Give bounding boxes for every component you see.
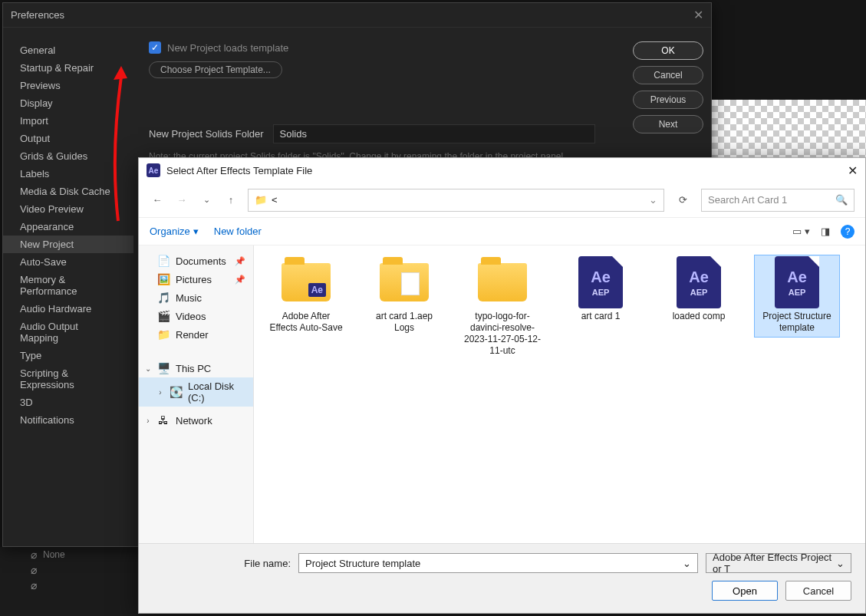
file-item[interactable]: typo-logo-for-davinci-resolve-2023-11-27…	[459, 255, 545, 361]
file-dialog-sidebar: 📄Documents📌🖼️Pictures📌🎵Music🎬Videos📁Rend…	[139, 245, 254, 543]
chevron-right-icon[interactable]: ›	[156, 388, 165, 397]
quick-access-item[interactable]: 📄Documents📌	[139, 252, 253, 270]
prefs-sidebar-item[interactable]: Auto-Save	[3, 253, 133, 271]
quick-access-item[interactable]: 🖼️Pictures📌	[139, 270, 253, 288]
prefs-sidebar-item[interactable]: General	[3, 41, 133, 59]
file-label: art card 1	[581, 311, 621, 322]
quick-access-item[interactable]: 📁Render	[139, 325, 253, 344]
prefs-sidebar-item[interactable]: Audio Output Mapping	[3, 318, 133, 347]
filename-input[interactable]: Project Structure template ⌄	[298, 553, 698, 573]
prefs-sidebar-item[interactable]: Audio Hardware	[3, 300, 133, 318]
file-label: typo-logo-for-davinci-resolve-2023-11-27…	[463, 311, 542, 357]
network-item[interactable]: › 🖧 Network	[139, 411, 253, 430]
prefs-sidebar-item[interactable]: Labels	[3, 165, 133, 183]
music-icon: 🎵	[157, 292, 170, 304]
view-mode-icon[interactable]: ▭ ▾	[792, 226, 810, 237]
prefs-sidebar-item[interactable]: Display	[3, 94, 133, 112]
close-icon[interactable]: ✕	[848, 163, 858, 178]
choose-project-template-button[interactable]: Choose Project Template...	[149, 61, 282, 78]
preferences-title: Preferences	[11, 9, 64, 21]
quick-access-item[interactable]: 🎬Videos	[139, 307, 253, 325]
next-button[interactable]: Next	[633, 115, 703, 133]
file-item[interactable]: AeAEPloaded comp	[656, 255, 742, 326]
organize-menu[interactable]: Organize▾	[150, 226, 199, 237]
local-disk-item[interactable]: › 💽 Local Disk (C:)	[139, 377, 253, 407]
prefs-sidebar-item[interactable]: Startup & Repair	[3, 59, 133, 77]
solids-folder-input[interactable]	[273, 124, 595, 143]
file-open-dialog: Ae Select After Effects Template File ✕ …	[138, 157, 866, 614]
pin-icon: 📌	[235, 256, 245, 266]
prefs-sidebar-item[interactable]: Video Preview	[3, 200, 133, 218]
file-label: loaded comp	[673, 311, 726, 322]
prefs-sidebar-item[interactable]: 3D	[3, 394, 133, 411]
chevron-right-icon[interactable]: ›	[143, 417, 153, 425]
prefs-sidebar-item[interactable]: New Project	[3, 236, 133, 253]
cancel-button[interactable]: Cancel	[785, 581, 851, 601]
nav-up-icon[interactable]: ↑	[223, 194, 239, 206]
chevron-down-icon[interactable]: ⌄	[649, 194, 657, 206]
file-label: Adobe After Effects Auto-Save	[267, 311, 345, 334]
preferences-sidebar: GeneralStartup & RepairPreviewsDisplayIm…	[3, 28, 133, 546]
this-pc-item[interactable]: ⌄ 🖥️ This PC	[139, 359, 253, 377]
nav-recent-icon[interactable]: ⌄	[199, 195, 214, 205]
prefs-sidebar-item[interactable]: Type	[3, 347, 133, 364]
prefs-sidebar-item[interactable]: Scripting & Expressions	[3, 364, 133, 394]
quick-access-item[interactable]: 🎵Music	[139, 288, 253, 307]
loads-template-label: New Project loads template	[167, 42, 288, 54]
prefs-sidebar-item[interactable]: Memory & Performance	[3, 271, 133, 300]
file-list: Adobe After Effects Auto-Saveart card 1.…	[254, 245, 865, 543]
ok-button[interactable]: OK	[633, 41, 703, 60]
prefs-sidebar-item[interactable]: Output	[3, 130, 133, 147]
nav-forward-icon[interactable]: →	[174, 194, 189, 206]
preview-pane-icon[interactable]: ◨	[821, 226, 830, 237]
folder-icon: 📁	[157, 328, 170, 341]
file-item[interactable]: AeAEPProject Structure template	[754, 255, 840, 338]
pin-icon: 📌	[235, 275, 245, 285]
chevron-down-icon[interactable]: ⌄	[143, 364, 153, 373]
search-icon: 🔍	[835, 194, 848, 206]
file-type-filter[interactable]: Adobe After Effects Project or T ⌄	[706, 553, 851, 573]
file-label: art card 1.aep Logs	[365, 311, 443, 334]
loads-template-checkbox[interactable]: ✓	[149, 41, 161, 54]
path-text: <	[272, 194, 278, 206]
refresh-icon[interactable]: ⟳	[673, 194, 692, 206]
file-item[interactable]: art card 1.aep Logs	[361, 255, 447, 338]
cancel-button[interactable]: Cancel	[633, 66, 703, 84]
file-label: Project Structure template	[758, 311, 836, 334]
video-icon: 🎬	[157, 310, 170, 322]
address-bar[interactable]: 📁 < ⌄	[248, 189, 664, 212]
folder-icon: 📁	[255, 194, 267, 206]
solids-folder-label: New Project Solids Folder	[149, 128, 264, 140]
file-item[interactable]: Adobe After Effects Auto-Save	[263, 255, 349, 338]
help-icon[interactable]: ?	[841, 225, 854, 239]
file-dialog-title: Select After Effects Template File	[166, 165, 312, 176]
doc-icon: 📄	[157, 255, 170, 267]
prefs-sidebar-item[interactable]: Notifications	[3, 411, 133, 429]
nav-back-icon[interactable]: ←	[150, 194, 165, 206]
new-folder-button[interactable]: New folder	[214, 226, 262, 237]
prefs-sidebar-item[interactable]: Previews	[3, 77, 133, 94]
prefs-sidebar-item[interactable]: Grids & Guides	[3, 147, 133, 165]
open-button[interactable]: Open	[712, 581, 778, 601]
close-icon[interactable]: ✕	[693, 8, 703, 22]
disk-icon: 💽	[170, 386, 182, 398]
prefs-sidebar-item[interactable]: Media & Disk Cache	[3, 183, 133, 200]
chevron-down-icon[interactable]: ⌄	[683, 558, 691, 569]
pic-icon: 🖼️	[157, 273, 170, 285]
previous-button[interactable]: Previous	[633, 91, 703, 109]
file-item[interactable]: AeAEPart card 1	[558, 255, 644, 326]
prefs-sidebar-item[interactable]: Appearance	[3, 218, 133, 236]
computer-icon: 🖥️	[157, 362, 170, 374]
chevron-down-icon[interactable]: ⌄	[836, 558, 845, 569]
filename-label: File name:	[153, 558, 291, 569]
prefs-sidebar-item[interactable]: Import	[3, 112, 133, 130]
ae-app-icon: Ae	[147, 163, 160, 177]
search-input[interactable]: Search Art Card 1 🔍	[701, 189, 854, 212]
network-icon: 🖧	[157, 414, 170, 427]
